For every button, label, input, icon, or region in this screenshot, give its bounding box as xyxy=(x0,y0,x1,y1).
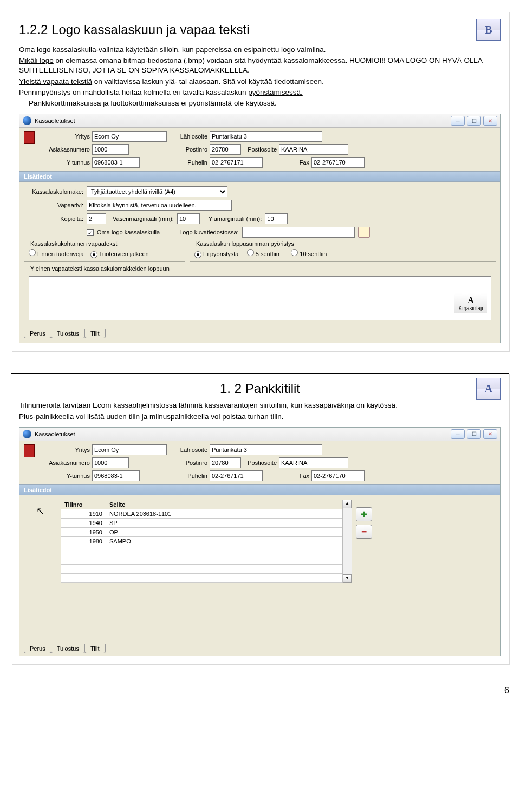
fs2-radio-5[interactable] xyxy=(247,249,254,256)
lahiosoite-input-2[interactable] xyxy=(210,444,322,455)
lahiosoite-label-2: Lähiosoite xyxy=(178,447,207,453)
section-1-title: 1.2.2 Logo kassalaskuun ja vapaa teksti xyxy=(19,22,250,37)
lomake-label: Kassalaskulomake: xyxy=(24,188,83,195)
fs2-radio-10[interactable] xyxy=(291,249,298,256)
accounts-tbody: 1910NORDEA 203618-11011940SP1950OP1980SA… xyxy=(61,509,342,582)
asiakasnumero-input-2[interactable] xyxy=(92,457,129,468)
puhelin-label-2: Puhelin xyxy=(178,473,207,479)
table-row xyxy=(61,573,342,582)
scroll-down-icon[interactable]: ▼ xyxy=(343,574,352,583)
cell-tilinro: 1950 xyxy=(61,527,106,536)
logofile-label: Logo kuvatiedostossa: xyxy=(179,229,238,235)
puhelin-input[interactable] xyxy=(210,157,263,168)
section1-para3: Yleistä vapaata tekstiä on valittavissa … xyxy=(19,77,501,87)
tab-perus[interactable]: Perus xyxy=(24,329,51,338)
scroll-up-icon[interactable]: ▲ xyxy=(343,500,352,508)
window-title-2: Kassaoletukset xyxy=(35,431,75,437)
ylamarg-label: Ylämarginaali (mm): xyxy=(209,215,262,222)
tab-tilit[interactable]: Tilit xyxy=(84,329,106,338)
section2-para2: Plus-painikkeella voi lisätä uuden tilin… xyxy=(19,412,501,422)
postiosoite-label: Postiosoite xyxy=(243,146,277,153)
asiakasnumero-input[interactable] xyxy=(92,144,129,155)
tab-tulostus[interactable]: Tulostus xyxy=(51,329,85,338)
fs1-opt1: Ennen tuoterivejä xyxy=(37,251,84,257)
lahiosoite-label: Lähiosoite xyxy=(178,133,207,140)
app-window-2: Kassaoletukset ─ ☐ ✕ Yritys Asiakasnumer… xyxy=(19,427,501,656)
tab-tulostus-2[interactable]: Tulostus xyxy=(51,644,85,653)
fs2-radio-none[interactable] xyxy=(194,251,202,258)
maximize-button[interactable]: ☐ xyxy=(467,116,481,126)
col-selite: Selite xyxy=(106,500,342,509)
close-button-2[interactable]: ✕ xyxy=(483,429,497,439)
add-account-button[interactable]: ✚ xyxy=(356,507,372,521)
logofile-input[interactable] xyxy=(242,227,355,238)
ylamarg-input[interactable] xyxy=(265,213,288,224)
minimize-button[interactable]: ─ xyxy=(451,116,465,126)
postinro-input[interactable] xyxy=(210,144,241,155)
tab-tilit-2[interactable]: Tilit xyxy=(84,644,106,653)
company-form: Yritys Asiakasnumero Y-tunnus Lähiosoite xyxy=(20,128,500,171)
cell-tilinro: 1910 xyxy=(61,509,106,518)
section1-para4: Penninpyöristys on mahdollista hoitaa ko… xyxy=(19,88,501,97)
ytunnus-input[interactable] xyxy=(92,157,140,168)
maximize-button-2[interactable]: ☐ xyxy=(467,429,481,439)
freetext-fieldset: Yleinen vapaateksti kassalaskulomakkeide… xyxy=(24,265,496,326)
puhelin-input-2[interactable] xyxy=(210,470,263,481)
pyoristys-fieldset: Kassalaskun loppusumman pyöristys Ei pyö… xyxy=(190,240,496,262)
page-number: 6 xyxy=(11,686,509,696)
postiosoite-input-2[interactable] xyxy=(279,457,348,468)
postiosoite-input[interactable] xyxy=(279,144,348,155)
table-row[interactable]: 1950OP xyxy=(61,527,342,536)
titlebar-2: Kassaoletukset ─ ☐ ✕ xyxy=(20,428,500,441)
table-row[interactable]: 1980SAMPO xyxy=(61,536,342,546)
browse-folder-icon[interactable] xyxy=(358,227,370,238)
yritys-label-2: Yritys xyxy=(48,447,90,453)
fs1-radio-after[interactable] xyxy=(90,251,98,258)
vapaarivi-label: Vapaarivi: xyxy=(24,202,83,208)
table-scrollbar[interactable]: ▲ ▼ xyxy=(342,500,352,583)
cell-selite: OP xyxy=(106,527,342,536)
company-form-2: Yritys Asiakasnumero Y-tunnus Lähiosoite xyxy=(20,441,500,484)
minimize-button-2[interactable]: ─ xyxy=(451,429,465,439)
table-row[interactable]: 1910NORDEA 203618-1101 xyxy=(61,509,342,518)
col-tilinro: Tilinro xyxy=(61,500,106,509)
table-row xyxy=(61,546,342,555)
font-button[interactable]: A Kirjasinlaji xyxy=(454,293,487,313)
table-row[interactable]: 1940SP xyxy=(61,518,342,527)
ytunnus-input-2[interactable] xyxy=(92,470,140,481)
fax-input-2[interactable] xyxy=(311,470,365,481)
cell-tilinro: 1980 xyxy=(61,536,106,546)
scroll-track[interactable] xyxy=(343,508,352,574)
cardreader-icon-2 xyxy=(24,444,35,457)
cursor-arrow-icon: ↖ xyxy=(24,500,56,517)
yritys-label: Yritys xyxy=(48,133,90,140)
window-controls-2: ─ ☐ ✕ xyxy=(451,429,497,439)
lahiosoite-input[interactable] xyxy=(210,131,322,142)
freetext-area[interactable]: A Kirjasinlaji xyxy=(29,276,491,320)
cell-tilinro: 1940 xyxy=(61,518,106,527)
delete-account-button[interactable]: ━ xyxy=(356,525,372,539)
vapaarivi-input[interactable] xyxy=(87,200,232,211)
lomake-select[interactable]: Tyhjä:tuotteet yhdellä rivillä (A4) xyxy=(87,186,227,197)
fs2-opt3: 10 senttiin xyxy=(300,251,327,257)
yritys-input-2[interactable] xyxy=(92,444,167,455)
lisatiedot-bar: Lisätiedot xyxy=(20,171,500,182)
tab-perus-2[interactable]: Perus xyxy=(24,644,51,653)
titlebar: Kassaoletukset ─ ☐ ✕ xyxy=(20,114,500,128)
yritys-input[interactable] xyxy=(92,131,167,142)
ownlogo-checkbox[interactable] xyxy=(87,229,94,236)
kopioita-input[interactable] xyxy=(87,213,106,224)
kopioita-label: Kopioita: xyxy=(24,215,83,222)
cell-selite: SP xyxy=(106,518,342,527)
vapaateksti-fieldset: Kassalaskukohtainen vapaateksti Ennen tu… xyxy=(24,240,185,262)
window-controls: ─ ☐ ✕ xyxy=(451,116,497,126)
asiakasnumero-label-2: Asiakasnumero xyxy=(48,460,90,466)
vasenmarg-input[interactable] xyxy=(177,213,200,224)
puhelin-label: Puhelin xyxy=(178,159,207,166)
lisatiedot-bar-2: Lisätiedot xyxy=(20,484,500,495)
postinro-input-2[interactable] xyxy=(210,457,241,468)
close-button[interactable]: ✕ xyxy=(483,116,497,126)
fs1-opt2: Tuoterivien jälkeen xyxy=(99,251,149,257)
fs1-radio-before[interactable] xyxy=(29,249,36,256)
fax-input[interactable] xyxy=(311,157,365,168)
